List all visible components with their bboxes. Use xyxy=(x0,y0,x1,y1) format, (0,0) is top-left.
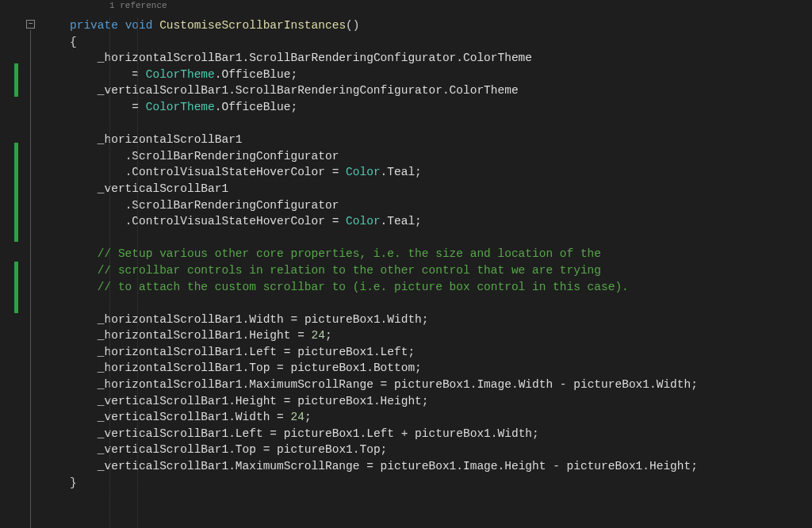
outline-gutter: − xyxy=(21,0,70,528)
fold-toggle[interactable]: − xyxy=(26,20,35,29)
codelens-references[interactable]: 1 reference xyxy=(109,1,167,10)
outline-vertical-line xyxy=(30,30,31,528)
editor-root: − 1 reference private void CustomiseScro… xyxy=(0,0,812,528)
change-marker xyxy=(14,262,18,313)
change-marker-margin xyxy=(0,0,21,528)
change-marker xyxy=(14,143,18,242)
code-text[interactable]: private void CustomiseScrollbarInstances… xyxy=(70,17,812,491)
change-marker xyxy=(14,63,18,97)
code-area[interactable]: 1 reference private void CustomiseScroll… xyxy=(70,0,812,528)
